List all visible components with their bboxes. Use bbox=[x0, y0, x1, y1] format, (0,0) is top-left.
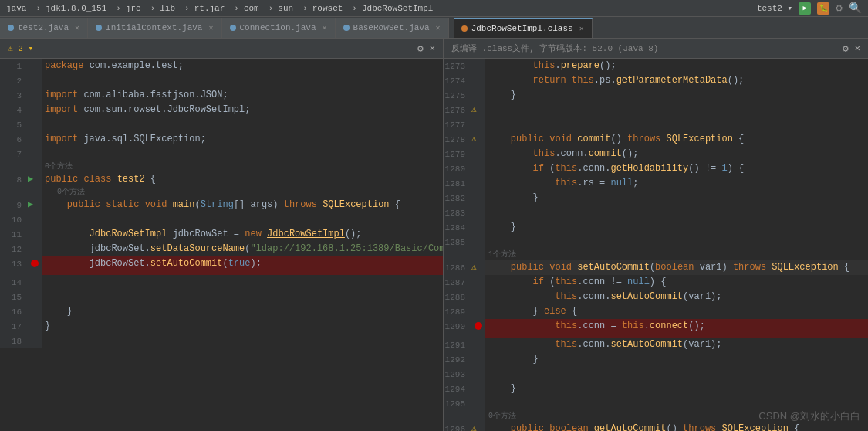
left-editor-header: ⚠ 2 ▾ ⚙ ✕ bbox=[0, 39, 443, 59]
branch-name: test2 ▾ bbox=[757, 3, 792, 13]
table-row: 10 bbox=[0, 212, 443, 227]
table-row: 1294 } bbox=[444, 382, 868, 396]
run-gutter-icon[interactable]: ▶ bbox=[28, 174, 33, 185]
table-row: 1285 bbox=[444, 235, 868, 249]
breadcrumb-sep1: › bbox=[35, 4, 41, 13]
close-icon[interactable]: ✕ bbox=[579, 24, 584, 33]
table-row: 15 bbox=[0, 290, 443, 304]
toolbar-icons: ⚙ 🔍 bbox=[836, 2, 862, 15]
breadcrumb-sep7: › bbox=[302, 4, 308, 13]
breadcrumb-jdk: jdk1.8.0_151 bbox=[46, 4, 106, 13]
breakpoint-icon bbox=[31, 260, 39, 267]
breadcrumb-sep2: › bbox=[116, 4, 121, 13]
tab-jdbcrowsetimpl[interactable]: JdbcRowSetImpl.class ✕ bbox=[454, 18, 593, 38]
decompile-label: 反编译 .class文件, 字节码版本: 52.0 (Java 8) bbox=[451, 42, 658, 54]
close-icon[interactable]: ✕ bbox=[436, 23, 441, 32]
breadcrumb-sep4: › bbox=[184, 4, 190, 13]
table-row: 1289 } else { bbox=[444, 304, 868, 319]
tab-connection[interactable]: Connection.java ✕ bbox=[222, 18, 336, 38]
breadcrumb-sun: sun bbox=[278, 4, 293, 13]
tab-label: JdbcRowSetImpl.class bbox=[471, 24, 573, 33]
left-code-area[interactable]: 1 package com.example.test; 2 3 import c… bbox=[0, 59, 443, 431]
breadcrumb-sep5: › bbox=[234, 4, 239, 13]
tab-label: test2.java bbox=[18, 23, 69, 32]
java-icon bbox=[343, 25, 350, 31]
close-icon[interactable]: ✕ bbox=[323, 23, 327, 32]
run-gutter-icon2[interactable]: ▶ bbox=[28, 199, 33, 210]
tab-label: Connection.java bbox=[240, 23, 316, 32]
table-row: 1277 bbox=[444, 117, 868, 132]
java-icon bbox=[230, 25, 236, 31]
gutter-warn1: ⚠ bbox=[471, 105, 477, 114]
breadcrumb-jre: jre bbox=[126, 4, 141, 13]
breadcrumb-sep3: › bbox=[150, 4, 156, 13]
table-row-breakpoint2: 1290 this.conn = this.connect(); bbox=[444, 319, 868, 338]
close-right-icon[interactable]: ✕ bbox=[855, 42, 860, 54]
close-icon[interactable]: ✕ bbox=[208, 23, 213, 32]
table-row: 17 } bbox=[0, 319, 443, 334]
tab-label: InitialContext.java bbox=[106, 23, 202, 32]
breakpoint-right-icon bbox=[475, 322, 482, 330]
right-code-area[interactable]: 1273 this.prepare(); 1274 return this.ps… bbox=[444, 59, 868, 431]
table-row: 1287 if (this.conn != null) { bbox=[444, 275, 868, 290]
left-editor: ⚠ 2 ▾ ⚙ ✕ 1 package com.example.test; 2 bbox=[0, 39, 444, 431]
table-row: 1283 bbox=[444, 205, 868, 220]
table-row: 4 import com.sun.rowset.JdbcRowSetImpl; bbox=[0, 103, 443, 117]
breadcrumb-lib: lib bbox=[160, 4, 175, 13]
settings-right-icon[interactable]: ⚙ bbox=[843, 42, 849, 55]
breadcrumb-java: java bbox=[6, 4, 26, 13]
close-left-icon[interactable]: ✕ bbox=[430, 42, 435, 54]
breadcrumb-rowset: rowset bbox=[312, 4, 343, 13]
breadcrumb-sep8: › bbox=[352, 4, 357, 13]
tabs-bar: test2.java ✕ InitialContext.java ✕ Conne… bbox=[0, 17, 868, 39]
tab-baserowset[interactable]: BaseRowSet.java ✕ bbox=[336, 18, 449, 38]
table-row: 1293 bbox=[444, 367, 868, 382]
table-row: 1280 if (this.conn.getHoldability() != 1… bbox=[444, 161, 868, 176]
java-icon bbox=[8, 25, 14, 31]
table-row: 16 } bbox=[0, 304, 443, 319]
right-panel: 反编译 .class文件, 字节码版本: 52.0 (Java 8) ⚙ ✕ 1… bbox=[444, 39, 868, 431]
table-row: 8 ▶ public class test2 { bbox=[0, 172, 443, 187]
table-row: 2 bbox=[0, 73, 443, 88]
table-row: 1291 this.conn.setAutoCommit(var1); bbox=[444, 338, 868, 352]
gutter-warn2: ⚠ bbox=[471, 134, 477, 144]
table-row-breakpoint: 13 jdbcRowSet.setAutoCommit(true); bbox=[0, 256, 443, 275]
table-row: 3 import com.alibaba.fastjson.JSON; bbox=[0, 88, 443, 103]
close-icon[interactable]: ✕ bbox=[75, 23, 79, 32]
run-button[interactable]: ▶ bbox=[799, 2, 811, 15]
warning-badge: ⚠ 2 ▾ bbox=[8, 43, 33, 53]
watermark: CSDN @刘水的小白白 bbox=[758, 409, 860, 423]
gutter-warn4: ⚠ bbox=[471, 424, 477, 431]
table-row: 1286 ⚠ public void setAutoCommit(boolean… bbox=[444, 260, 868, 275]
table-row: 1292 } bbox=[444, 352, 868, 367]
table-row: 1276 ⚠ bbox=[444, 103, 868, 117]
breadcrumb-rtjar: rt.jar bbox=[194, 4, 225, 13]
table-row: 0个方法 bbox=[0, 161, 443, 172]
table-row: 1281 this.rs = null; bbox=[444, 176, 868, 191]
table-row: 1275 } bbox=[444, 88, 868, 103]
table-row: 9 ▶ public static void main(String[] arg… bbox=[0, 198, 443, 212]
table-row: 1282 } bbox=[444, 191, 868, 205]
table-row: 5 bbox=[0, 117, 443, 132]
tab-initialcontext[interactable]: InitialContext.java ✕ bbox=[88, 18, 221, 38]
debug-button[interactable]: 🐛 bbox=[817, 2, 829, 15]
top-bar: java › jdk1.8.0_151 › jre › lib › rt.jar… bbox=[0, 0, 868, 17]
breadcrumb-class: JdbcRowSetImpl bbox=[362, 4, 433, 13]
table-row: 12 jdbcRowSet.setDataSourceName("ldap://… bbox=[0, 242, 443, 256]
settings-icon[interactable]: ⚙ bbox=[417, 42, 424, 55]
table-row: 7 bbox=[0, 147, 443, 161]
breadcrumb-com: com bbox=[244, 4, 259, 13]
tab-test2[interactable]: test2.java ✕ bbox=[0, 18, 88, 38]
table-row: 1288 this.conn.setAutoCommit(var1); bbox=[444, 290, 868, 304]
table-row: 14 bbox=[0, 275, 443, 290]
java-icon bbox=[96, 25, 102, 31]
class-icon bbox=[461, 25, 468, 32]
gutter-warn3: ⚠ bbox=[471, 263, 477, 272]
table-row: 11 JdbcRowSetImpl jdbcRowSet = new JdbcR… bbox=[0, 227, 443, 242]
decompile-header: 反编译 .class文件, 字节码版本: 52.0 (Java 8) ⚙ ✕ bbox=[444, 39, 868, 59]
table-row: 18 bbox=[0, 334, 443, 348]
breadcrumb-sep6: › bbox=[269, 4, 274, 13]
table-row: 0个方法 bbox=[0, 187, 443, 198]
table-row: 1278 ⚠ public void commit() throws SQLEx… bbox=[444, 132, 868, 147]
table-row: 1274 return this.ps.getParameterMetaData… bbox=[444, 73, 868, 88]
